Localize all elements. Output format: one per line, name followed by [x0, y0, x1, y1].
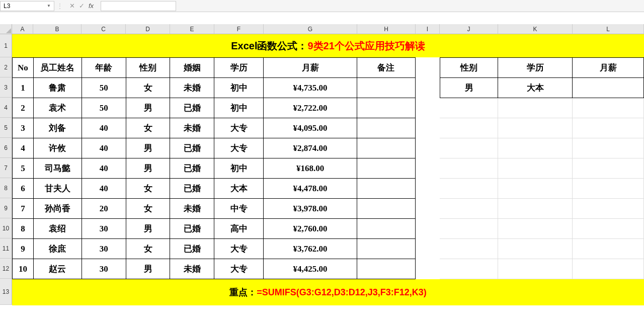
empty-cell[interactable] — [573, 158, 644, 179]
header-age[interactable]: 年龄 — [82, 58, 126, 78]
criteria-gender[interactable]: 男 — [440, 78, 498, 98]
cell[interactable]: 40 — [82, 118, 126, 138]
cell[interactable]: 20 — [82, 199, 126, 219]
column-header[interactable]: I — [416, 24, 440, 34]
name-box[interactable]: L3 ▼ — [0, 1, 54, 11]
cell[interactable]: ¥4,478.00 — [264, 179, 357, 199]
cell[interactable]: ¥4,425.00 — [264, 259, 357, 279]
cell[interactable]: 50 — [82, 78, 126, 98]
empty-cell[interactable] — [440, 179, 498, 199]
column-header[interactable]: E — [170, 24, 214, 34]
empty-cell[interactable] — [573, 118, 644, 138]
cell[interactable]: 甘夫人 — [33, 179, 82, 199]
cell[interactable]: ¥168.00 — [264, 158, 357, 179]
cell[interactable]: 孙尚香 — [33, 199, 82, 219]
row-header[interactable]: 4 — [0, 98, 12, 118]
criteria-header-edu[interactable]: 学历 — [498, 58, 573, 78]
cell[interactable]: 大专 — [214, 118, 264, 138]
cell[interactable]: 男 — [126, 138, 170, 158]
header-salary[interactable]: 月薪 — [264, 58, 357, 78]
header-name[interactable]: 员工姓名 — [33, 58, 82, 78]
empty-cell[interactable] — [498, 138, 573, 158]
cell[interactable]: ¥2,760.00 — [264, 219, 357, 239]
cell[interactable]: 已婚 — [170, 219, 214, 239]
criteria-header-gender[interactable]: 性别 — [440, 58, 498, 78]
cell[interactable]: 袁术 — [33, 98, 82, 118]
cell[interactable]: 初中 — [214, 98, 264, 118]
cell[interactable]: 大专 — [214, 138, 264, 158]
cell[interactable]: 大专 — [214, 259, 264, 279]
criteria-salary[interactable] — [573, 78, 644, 98]
cell[interactable]: 9 — [13, 239, 34, 259]
cell[interactable]: 已婚 — [170, 158, 214, 179]
row-header[interactable]: 9 — [0, 198, 12, 218]
empty-cell[interactable] — [573, 259, 644, 279]
cell[interactable]: 女 — [126, 239, 170, 259]
cell[interactable]: 袁绍 — [33, 219, 82, 239]
cell[interactable]: 30 — [82, 239, 126, 259]
empty-cell[interactable] — [498, 219, 573, 239]
cell[interactable]: 已婚 — [170, 98, 214, 118]
header-edu[interactable]: 学历 — [214, 58, 264, 78]
header-marriage[interactable]: 婚姻 — [170, 58, 214, 78]
cell[interactable]: 赵云 — [33, 259, 82, 279]
cell[interactable]: 初中 — [214, 78, 264, 98]
cell[interactable]: 3 — [13, 118, 34, 138]
cell[interactable]: 鲁肃 — [33, 78, 82, 98]
column-header[interactable]: G — [264, 24, 357, 34]
empty-cell[interactable] — [573, 239, 644, 259]
cell[interactable]: ¥4,095.00 — [264, 118, 357, 138]
cell[interactable]: 1 — [13, 78, 34, 98]
cancel-icon[interactable]: ✕ — [69, 2, 75, 10]
cell[interactable]: ¥3,978.00 — [264, 199, 357, 219]
row-header[interactable]: 1 — [0, 34, 12, 57]
empty-cell[interactable] — [573, 199, 644, 219]
empty-cell[interactable] — [573, 98, 644, 118]
row-header[interactable]: 6 — [0, 138, 12, 158]
cell[interactable]: 8 — [13, 219, 34, 239]
empty-cell[interactable] — [498, 239, 573, 259]
column-header[interactable]: B — [33, 24, 82, 34]
row-header[interactable]: 7 — [0, 158, 12, 178]
empty-cell[interactable] — [573, 219, 644, 239]
cell[interactable] — [357, 98, 415, 118]
row-header[interactable]: 8 — [0, 178, 12, 198]
row-header[interactable]: 5 — [0, 118, 12, 138]
cell[interactable]: 许攸 — [33, 138, 82, 158]
cell[interactable]: 高中 — [214, 219, 264, 239]
column-header[interactable]: D — [126, 24, 170, 34]
cell[interactable]: 7 — [13, 199, 34, 219]
column-header[interactable]: K — [498, 24, 573, 34]
row-header[interactable]: 2 — [0, 57, 12, 77]
cell[interactable]: ¥2,722.00 — [264, 98, 357, 118]
cell[interactable]: 未婚 — [170, 78, 214, 98]
cell[interactable]: 40 — [82, 138, 126, 158]
cell[interactable]: ¥4,735.00 — [264, 78, 357, 98]
cell[interactable] — [357, 199, 415, 219]
criteria-header-salary[interactable]: 月薪 — [573, 58, 644, 78]
column-header[interactable]: J — [440, 24, 498, 34]
header-gender[interactable]: 性别 — [126, 58, 170, 78]
cell[interactable]: ¥2,874.00 — [264, 138, 357, 158]
empty-cell[interactable] — [440, 239, 498, 259]
empty-cell[interactable] — [440, 199, 498, 219]
column-header[interactable]: L — [573, 24, 644, 34]
cell[interactable]: 30 — [82, 219, 126, 239]
cell[interactable]: 10 — [13, 259, 34, 279]
cell[interactable]: 40 — [82, 158, 126, 179]
row-header[interactable]: 10 — [0, 218, 12, 238]
cell[interactable]: 徐庶 — [33, 239, 82, 259]
empty-cell[interactable] — [440, 118, 498, 138]
cell[interactable] — [357, 158, 415, 179]
cell[interactable]: 司马懿 — [33, 158, 82, 179]
header-note[interactable]: 备注 — [357, 58, 415, 78]
fx-icon[interactable]: fx — [89, 2, 97, 10]
confirm-icon[interactable]: ✓ — [79, 2, 85, 10]
cell[interactable]: 刘备 — [33, 118, 82, 138]
empty-cell[interactable] — [573, 179, 644, 199]
cell[interactable]: 6 — [13, 179, 34, 199]
cell[interactable]: 男 — [126, 259, 170, 279]
select-all-corner[interactable] — [0, 24, 12, 34]
cell[interactable]: 4 — [13, 138, 34, 158]
cell[interactable]: 女 — [126, 199, 170, 219]
